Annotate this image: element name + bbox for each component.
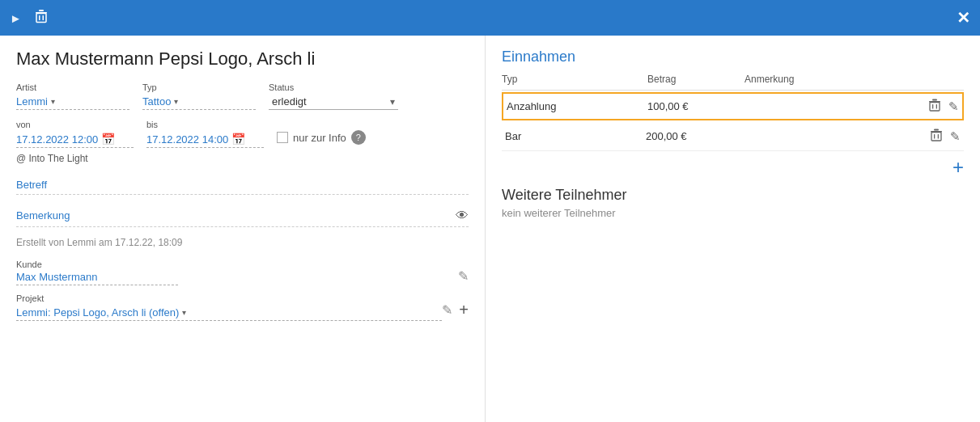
von-calendar-icon[interactable]: 📅 xyxy=(101,133,115,146)
income-row-1: Anzahlung 100,00 € ✎ xyxy=(502,92,964,120)
status-value-row[interactable]: erledigt ▾ xyxy=(269,94,398,110)
location-row: @ Into The Light xyxy=(16,153,469,164)
betreff-field[interactable]: Betreff xyxy=(16,175,469,195)
nur-zur-info-label: nur zur Info xyxy=(293,132,346,144)
weitere-teilnehmer-title: Weitere Teilnehmer xyxy=(502,187,964,204)
status-label: Status xyxy=(269,82,398,92)
bemerkung-field[interactable]: Bemerkung 👁 xyxy=(16,205,469,227)
von-label: von xyxy=(16,120,134,129)
svg-rect-12 xyxy=(931,133,941,141)
von-value: 17.12.2022 12:00 xyxy=(16,133,98,146)
bemerkung-label: Bemerkung xyxy=(16,209,70,222)
svg-rect-6 xyxy=(932,99,937,101)
typ-dropdown-icon: ▾ xyxy=(174,97,178,106)
projekt-label: Projekt xyxy=(16,293,442,303)
row1-delete-icon[interactable] xyxy=(929,99,940,114)
send-icon[interactable]: ► xyxy=(10,11,22,25)
nur-zur-info-checkbox[interactable] xyxy=(277,132,288,143)
kunde-section: Kunde Max Mustermann xyxy=(16,260,178,285)
svg-rect-7 xyxy=(930,103,940,112)
svg-rect-8 xyxy=(932,104,933,109)
table-header: Typ Betrag Anmerkung xyxy=(502,74,964,91)
kunde-value: Max Mustermann xyxy=(16,271,178,285)
status-dropdown-icon: ▾ xyxy=(390,96,395,108)
kunde-edit-icon[interactable]: ✎ xyxy=(458,268,469,284)
svg-rect-14 xyxy=(938,134,939,139)
svg-rect-9 xyxy=(936,104,937,109)
einnahmen-title: Einnahmen xyxy=(502,49,964,65)
projekt-add-icon[interactable]: + xyxy=(459,302,469,318)
projekt-dropdown-icon: ▾ xyxy=(182,308,186,317)
kunde-row: Kunde Max Mustermann ✎ xyxy=(16,260,469,285)
weitere-teilnehmer-section: Weitere Teilnehmer kein weiterer Teilneh… xyxy=(502,187,964,219)
right-panel: Einnahmen Typ Betrag Anmerkung Anzahlung… xyxy=(486,36,980,422)
betreff-label: Betreff xyxy=(16,179,47,191)
eye-icon[interactable]: 👁 xyxy=(456,209,469,223)
nur-zur-info-row: nur zur Info ? xyxy=(277,130,366,148)
typ-field: Typ Tattoo ▾ xyxy=(142,82,256,110)
svg-rect-2 xyxy=(36,14,46,23)
col-betrag-header: Betrag xyxy=(647,74,745,85)
created-info: Erstellt von Lemmi am 17.12.22, 18:09 xyxy=(16,237,469,248)
row2-delete-icon[interactable] xyxy=(931,129,942,144)
add-income-button[interactable]: + xyxy=(952,158,964,177)
row1-actions: ✎ xyxy=(929,99,959,114)
no-teilnehmer-label: kein weiterer Teilnehmer xyxy=(502,207,616,219)
projekt-value-row: Lemmi: Pepsi Logo, Arsch li (offen) ▾ xyxy=(16,305,442,321)
projekt-value-text: Lemmi: Pepsi Logo, Arsch li (offen) xyxy=(16,306,179,319)
col-anmerkung-header: Anmerkung xyxy=(745,74,964,85)
artist-dropdown-icon: ▾ xyxy=(51,97,55,106)
row2-edit-icon[interactable]: ✎ xyxy=(950,129,961,144)
col-typ-header: Typ xyxy=(502,74,647,85)
artist-label: Artist xyxy=(16,82,129,92)
delete-icon[interactable] xyxy=(35,9,48,27)
svg-rect-13 xyxy=(934,134,935,139)
help-icon[interactable]: ? xyxy=(351,130,366,145)
artist-value-row[interactable]: Lemmi ▾ xyxy=(16,94,129,110)
svg-rect-3 xyxy=(39,15,40,20)
row1-edit-icon[interactable]: ✎ xyxy=(948,99,959,114)
top-bar-left: ► xyxy=(10,9,48,27)
betreff-section: Betreff xyxy=(16,175,469,195)
left-panel: Max Mustermann Pepsi Logo, Arsch li Arti… xyxy=(0,36,486,422)
bis-value: 17.12.2022 14:00 xyxy=(146,133,228,146)
status-field: Status erledigt ▾ xyxy=(269,82,398,110)
fields-row-1: Artist Lemmi ▾ Typ Tattoo ▾ Status erled… xyxy=(16,82,469,110)
row1-typ: Anzahlung xyxy=(507,100,647,112)
projekt-section: Projekt Lemmi: Pepsi Logo, Arsch li (off… xyxy=(16,293,442,321)
kunde-label: Kunde xyxy=(16,260,178,269)
projekt-actions: ✎ + xyxy=(442,302,469,318)
artist-value: Lemmi xyxy=(16,95,48,108)
row2-betrag: 200,00 € xyxy=(646,130,743,142)
artist-field: Artist Lemmi ▾ xyxy=(16,82,129,110)
typ-value: Tattoo xyxy=(142,95,171,108)
top-bar: ► ✕ xyxy=(0,0,980,36)
svg-rect-1 xyxy=(39,10,44,11)
add-income-row: + xyxy=(502,151,964,184)
main-content: Max Mustermann Pepsi Logo, Arsch li Arti… xyxy=(0,36,980,422)
bis-value-row[interactable]: 17.12.2022 14:00 📅 xyxy=(146,131,264,148)
typ-label: Typ xyxy=(142,82,256,92)
row2-typ: Bar xyxy=(505,130,646,142)
svg-rect-11 xyxy=(934,129,939,131)
projekt-row: Projekt Lemmi: Pepsi Logo, Arsch li (off… xyxy=(16,293,469,321)
projekt-value[interactable]: Lemmi: Pepsi Logo, Arsch li (offen) ▾ xyxy=(16,305,442,321)
datetime-row: von 17.12.2022 12:00 📅 bis 17.12.2022 14… xyxy=(16,120,469,148)
typ-value-row[interactable]: Tattoo ▾ xyxy=(142,94,256,110)
close-button[interactable]: ✕ xyxy=(957,8,970,27)
svg-rect-4 xyxy=(42,15,44,20)
projekt-edit-icon[interactable]: ✎ xyxy=(442,302,452,318)
row1-betrag: 100,00 € xyxy=(647,100,745,112)
von-value-row[interactable]: 17.12.2022 12:00 📅 xyxy=(16,131,134,148)
bemerkung-section: Bemerkung 👁 xyxy=(16,205,469,227)
bis-calendar-icon[interactable]: 📅 xyxy=(231,133,245,146)
income-row-2: Bar 200,00 € ✎ xyxy=(502,122,964,151)
bis-field: bis 17.12.2022 14:00 📅 xyxy=(146,120,264,148)
location-text: @ Into The Light xyxy=(16,153,88,164)
row2-actions: ✎ xyxy=(931,129,961,144)
von-field: von 17.12.2022 12:00 📅 xyxy=(16,120,134,148)
status-value: erledigt xyxy=(272,95,387,108)
page-title: Max Mustermann Pepsi Logo, Arsch li xyxy=(16,49,469,70)
bis-label: bis xyxy=(146,120,264,129)
